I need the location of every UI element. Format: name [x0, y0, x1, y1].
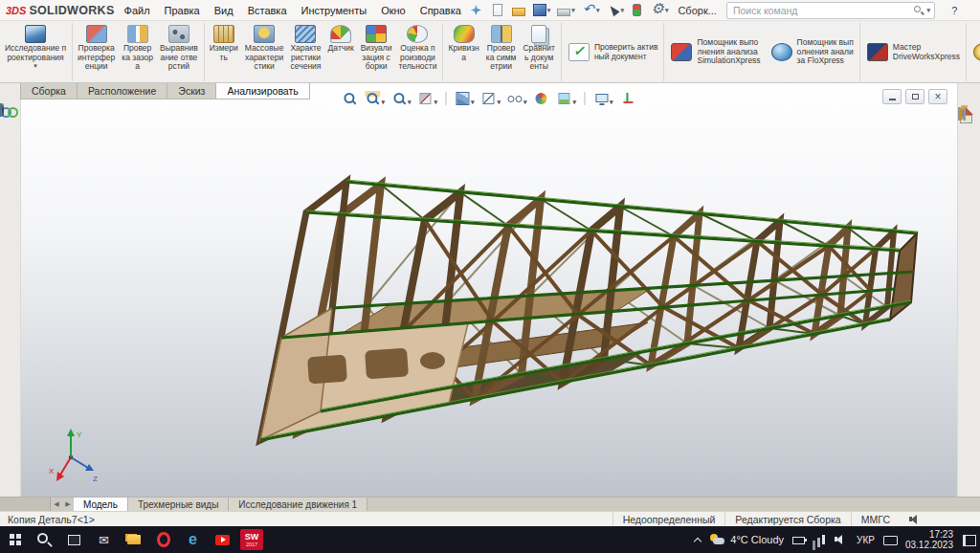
headsup-tool[interactable] [342, 91, 358, 106]
ribbon-button[interactable]: Массовые характери стики [242, 23, 287, 81]
quick-access-button[interactable] [631, 4, 644, 16]
left-toolbar-icon[interactable] [2, 103, 4, 117]
triad-y-label: Y [77, 431, 82, 439]
menu-item[interactable]: Вставка [248, 5, 287, 16]
doc-restore-button[interactable] [905, 89, 924, 104]
help-caret-icon[interactable] [974, 3, 980, 18]
model-tab[interactable]: Исследование движения 1 [229, 498, 368, 511]
command-tab[interactable]: Сборка [20, 83, 78, 100]
ribbon-button[interactable]: Кривизн а [445, 23, 481, 81]
ribbon-button[interactable]: Помощник выпо лнения анализа SimulationX… [666, 23, 765, 81]
command-tab[interactable]: Анализировать [215, 83, 309, 100]
ribbon-button[interactable]: Характе ристики сечения [287, 23, 323, 81]
ribbon-button-icon [86, 25, 107, 43]
ribbon-button-label: Измери ть [210, 44, 238, 62]
ribbon-button[interactable]: Сравнит ь докум енты [520, 23, 561, 81]
ribbon-button[interactable]: Помощник вып олнения анали за FloXpress [767, 23, 860, 81]
ribbon-button[interactable]: Проверить актив ный документ [564, 23, 665, 81]
tab-scroll-right-icon[interactable]: ▶ [62, 498, 74, 511]
clock[interactable]: 17:23 03.12.2023 [905, 529, 953, 550]
taskbar-icon[interactable]: e [178, 526, 208, 553]
help-button[interactable]: ? [945, 3, 965, 18]
taskbar-icon[interactable] [89, 526, 119, 553]
ribbon-button[interactable]: Измери ть [207, 23, 241, 81]
tab-splitter[interactable] [0, 498, 51, 511]
ribbon-button[interactable]: Визуали зация с борки [358, 23, 395, 81]
headsup-tool[interactable] [534, 91, 550, 106]
weather-icon [710, 534, 725, 546]
search-icon[interactable] [913, 5, 924, 15]
quick-access-button[interactable]: ▾ [533, 4, 551, 16]
quick-access-button[interactable]: ▾ [606, 4, 624, 16]
headsup-tool[interactable]: ▾ [365, 91, 385, 106]
headsup-tool[interactable]: ▾ [417, 91, 437, 106]
headsup-tool[interactable] [583, 92, 587, 105]
taskbar-icon[interactable] [208, 526, 237, 553]
ribbon-button-icon [254, 25, 275, 43]
quick-access-button[interactable]: ▾ [582, 4, 600, 16]
ribbon-button[interactable]: Costing [969, 23, 980, 81]
menu-item[interactable]: Инструменты [301, 5, 368, 16]
ribbon-button[interactable]: Провер ка симм етрии [483, 23, 520, 81]
tab-scroll-left-icon[interactable]: ◀ [51, 498, 62, 511]
menu-item[interactable]: Файл [124, 5, 150, 16]
quick-access-button[interactable]: ▾ [651, 4, 669, 16]
ribbon-button[interactable]: Оценка п роизводи тельности [396, 23, 444, 81]
doc-close-button[interactable] [928, 89, 947, 104]
dropdown-caret: ▾ [471, 99, 475, 106]
language-indicator[interactable]: УКР [857, 535, 875, 545]
taskbar-icon[interactable] [0, 526, 30, 553]
ribbon-button-icon [366, 25, 387, 43]
headsup-tool[interactable] [444, 92, 448, 105]
headsup-tool[interactable]: ▾ [593, 91, 613, 106]
model-tab[interactable]: Модель [74, 498, 128, 511]
system-tray: 4°C Cloudy УКР 17:23 03.12.2023 [694, 526, 980, 553]
tray-icon[interactable] [813, 534, 827, 545]
ribbon-button-icon [213, 25, 234, 43]
command-tab[interactable]: Расположение [77, 83, 167, 100]
assembly-model[interactable] [21, 83, 957, 497]
graphics-area[interactable]: ▾ ▾ ▾ ▾ [21, 83, 957, 497]
quick-access-button[interactable] [512, 4, 526, 16]
status-volume-icon[interactable] [909, 514, 923, 525]
pin-icon[interactable] [471, 5, 481, 15]
headsup-tool[interactable]: ▾ [455, 91, 475, 106]
ribbon-button[interactable]: Датчик [325, 23, 357, 81]
headsup-tool[interactable]: ▾ [557, 91, 577, 106]
menu-item[interactable]: Окно [381, 5, 406, 16]
taskbar-icon[interactable] [30, 526, 59, 553]
dropdown-caret: ▾ [620, 7, 624, 14]
tray-icon[interactable] [835, 534, 848, 545]
doc-minimize-button[interactable] [882, 89, 902, 104]
headsup-tool[interactable]: ▾ [391, 91, 412, 106]
headsup-tool[interactable]: ▾ [507, 91, 527, 106]
ribbon-button[interactable]: Выравнив ание отве рстий [157, 23, 205, 81]
headsup-tool[interactable]: ▾ [481, 91, 501, 106]
search-caret-icon[interactable]: ▾ [926, 7, 930, 14]
menu-item[interactable]: Правка [165, 5, 200, 16]
ribbon-button-icon [771, 43, 792, 61]
tray-icon[interactable] [792, 534, 806, 545]
quick-access-button[interactable]: ▾ [557, 5, 575, 16]
ribbon-button[interactable]: Проверка интерфер енции [75, 23, 118, 81]
taskbar-icon[interactable] [59, 526, 89, 553]
headsup-tool[interactable] [620, 91, 636, 106]
task-pane-icon[interactable] [964, 107, 966, 121]
menu-item[interactable]: Справка [420, 5, 461, 16]
ribbon-button[interactable]: Провер ка зазор а [119, 23, 156, 81]
ribbon-button[interactable]: Исследование п роектирования ▾ [2, 23, 73, 81]
quick-access-button[interactable] [491, 4, 505, 16]
tray-expand-icon[interactable] [694, 536, 702, 543]
taskbar-icon[interactable] [119, 526, 148, 553]
keyboard-icon[interactable] [883, 534, 897, 545]
command-tab[interactable]: Эскиз [167, 83, 216, 100]
taskbar-icon[interactable] [148, 526, 178, 553]
taskbar-icon[interactable]: SW 2017 [240, 529, 263, 550]
weather-widget[interactable]: 4°C Cloudy [710, 534, 784, 546]
notification-center-icon[interactable] [962, 534, 975, 545]
ribbon-button[interactable]: Мастер DriveWorksXpress [862, 23, 967, 81]
model-tab[interactable]: Трехмерные виды [128, 498, 229, 511]
ribbon-button-icon [407, 25, 428, 43]
search-input[interactable] [731, 4, 910, 17]
menu-item[interactable]: Вид [214, 5, 234, 16]
